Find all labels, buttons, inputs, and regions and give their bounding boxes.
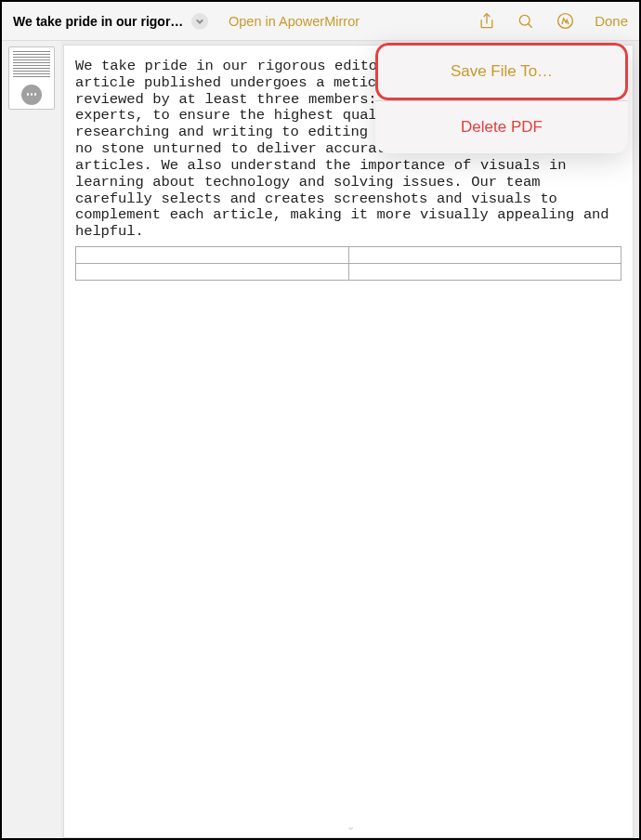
done-button[interactable]: Done (595, 13, 628, 29)
more-icon[interactable] (21, 85, 42, 105)
document-title: We take pride in our rigorous edito… (13, 14, 186, 29)
content-area: We take pride in our rigorous editorial … (2, 41, 639, 838)
share-icon[interactable] (477, 11, 497, 32)
table-row (76, 246, 621, 263)
document-page: We take pride in our rigorous editorial … (63, 45, 634, 838)
page-thumbnail[interactable] (8, 46, 55, 110)
empty-table (75, 246, 621, 281)
delete-pdf-button[interactable]: Delete PDF (375, 101, 628, 153)
save-file-to-button[interactable]: Save File To… (375, 43, 628, 100)
page-indicator: ⌄ (347, 820, 355, 833)
open-in-button[interactable]: Open in ApowerMirror (229, 14, 360, 29)
document-title-group[interactable]: We take pride in our rigorous edito… (13, 13, 208, 30)
chevron-down-icon[interactable] (191, 13, 208, 30)
markup-icon[interactable] (555, 11, 575, 32)
action-popover: Save File To… Delete PDF (375, 43, 628, 153)
table-row (76, 263, 621, 280)
thumbnail-preview (13, 51, 50, 77)
toolbar: We take pride in our rigorous edito… Ope… (2, 2, 639, 41)
thumbnail-sidebar (2, 41, 61, 838)
page-viewport[interactable]: We take pride in our rigorous editorial … (61, 41, 639, 838)
search-icon[interactable] (516, 11, 536, 32)
